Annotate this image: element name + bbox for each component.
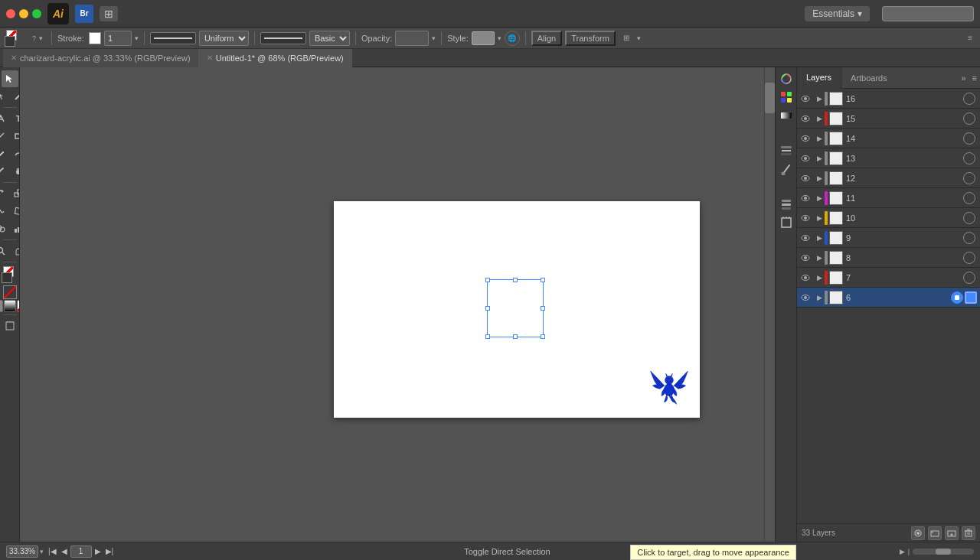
brushes-panel-icon[interactable] xyxy=(778,161,795,177)
rotate-tool[interactable] xyxy=(0,185,9,202)
color-tool[interactable] xyxy=(2,266,18,283)
layer-expand-13[interactable]: ▶ xyxy=(814,148,825,168)
line-tool[interactable] xyxy=(0,128,9,145)
new-layer-button[interactable] xyxy=(945,526,959,540)
layer-visibility-10[interactable] xyxy=(797,208,814,228)
layer-expand-10[interactable]: ▶ xyxy=(814,208,825,228)
free-transform-tool[interactable] xyxy=(10,203,20,220)
horizontal-scroll-thumb[interactable] xyxy=(936,549,951,555)
layer-row-16[interactable]: ▶ 16 xyxy=(797,89,980,109)
stroke-color-preview[interactable] xyxy=(89,32,101,44)
stroke-width-input[interactable] xyxy=(104,31,132,46)
layer-expand-6[interactable]: ▶ xyxy=(814,288,825,308)
layer-target-6[interactable] xyxy=(951,291,963,304)
layer-visibility-11[interactable] xyxy=(797,188,814,208)
layer-target-13[interactable] xyxy=(963,152,975,164)
layer-visibility-16[interactable] xyxy=(797,89,814,109)
search-input[interactable] xyxy=(882,6,974,21)
layers-tab[interactable]: Layers xyxy=(797,67,841,89)
transform-button[interactable]: Transform xyxy=(565,31,616,46)
bridge-icon[interactable]: Br xyxy=(75,5,93,23)
layer-row-13[interactable]: ▶ 13 xyxy=(797,148,980,168)
tab-untitled[interactable]: ✕ Untitled-1* @ 68% (RGB/Preview) xyxy=(199,49,352,67)
pen-tool[interactable] xyxy=(0,110,9,127)
style-preview[interactable] xyxy=(472,31,495,45)
magic-wand-tool[interactable] xyxy=(10,88,20,105)
question-icon[interactable]: ? xyxy=(32,34,36,42)
layer-row-8[interactable]: ▶ 8 xyxy=(797,248,980,268)
page-input[interactable] xyxy=(70,545,92,558)
tab-close-untitled[interactable]: ✕ xyxy=(207,54,213,62)
prev-page-button[interactable]: ◀ xyxy=(60,547,69,555)
minimize-button[interactable] xyxy=(19,9,28,18)
layer-expand-11[interactable]: ▶ xyxy=(814,188,825,208)
maximize-button[interactable] xyxy=(32,9,41,18)
color-mode-btn[interactable] xyxy=(0,300,3,312)
arrange-icon[interactable]: ⊞ xyxy=(619,31,634,46)
close-button[interactable] xyxy=(6,9,15,18)
handle-top-mid[interactable] xyxy=(513,278,518,282)
layer-visibility-9[interactable] xyxy=(797,228,814,248)
layer-expand-16[interactable]: ▶ xyxy=(814,89,825,109)
layer-row-9[interactable]: ▶ 9 xyxy=(797,228,980,248)
layer-expand-9[interactable]: ▶ xyxy=(814,228,825,248)
stroke-tool[interactable] xyxy=(2,272,12,283)
workspace-button[interactable]: ⊞ #2255cc xyxy=(100,6,118,21)
stroke-type-select[interactable]: Uniform xyxy=(199,31,249,46)
handle-left-mid[interactable] xyxy=(485,306,490,311)
layers-more-button[interactable]: » xyxy=(958,73,969,83)
tab-close-charizard[interactable]: ✕ xyxy=(11,54,17,62)
hand-tool[interactable] xyxy=(10,243,20,259)
layer-row-14[interactable]: ▶ 14 xyxy=(797,129,980,148)
swatches-panel-icon[interactable] xyxy=(778,89,795,106)
layer-visibility-14[interactable] xyxy=(797,129,814,148)
handle-bottom-mid[interactable] xyxy=(513,334,518,339)
layer-row-12[interactable]: ▶ 12 xyxy=(797,168,980,188)
stroke-panel-icon[interactable] xyxy=(778,142,795,159)
layer-expand-15[interactable]: ▶ xyxy=(814,109,825,129)
selection-tool[interactable] xyxy=(2,70,18,87)
align-button[interactable]: Align xyxy=(531,31,562,46)
layer-row-15[interactable]: ▶ 15 xyxy=(797,109,980,129)
layer-expand-12[interactable]: ▶ xyxy=(814,168,825,188)
style-arrow[interactable]: ▾ xyxy=(498,34,501,42)
layer-expand-7[interactable]: ▶ xyxy=(814,268,825,288)
pencil-tool[interactable] xyxy=(0,145,9,162)
first-page-button[interactable]: |◀ xyxy=(47,547,58,555)
layer-row-11[interactable]: ▶ 11 xyxy=(797,188,980,208)
layer-row-10[interactable]: ▶ 10 xyxy=(797,208,980,228)
tab-charizard[interactable]: ✕ charizard-acrylic.ai @ 33.33% (RGB/Pre… xyxy=(3,49,199,67)
vertical-scrollbar[interactable] xyxy=(764,67,775,542)
arrange-arrow[interactable]: ▾ xyxy=(637,34,641,42)
shape-builder-tool[interactable] xyxy=(0,220,9,237)
layer-visibility-6[interactable] xyxy=(797,288,814,308)
layer-visibility-13[interactable] xyxy=(797,148,814,168)
handle-bottom-left[interactable] xyxy=(485,334,490,339)
warp-tool[interactable] xyxy=(0,203,9,220)
make-sublayer-button[interactable] xyxy=(911,526,925,540)
handle-right-mid[interactable] xyxy=(541,306,545,311)
artboards-panel-icon[interactable] xyxy=(778,214,795,231)
essentials-button[interactable]: Essentials ▾ xyxy=(805,6,870,21)
layer-target-14[interactable] xyxy=(963,132,975,145)
layer-visibility-7[interactable] xyxy=(797,268,814,288)
layer-expand-8[interactable]: ▶ xyxy=(814,248,825,268)
gradient-mode-btn[interactable] xyxy=(4,300,16,312)
zoom-input[interactable] xyxy=(6,545,38,558)
panel-options-icon[interactable]: ≡ xyxy=(968,34,972,42)
stroke-arrow[interactable]: ▾ xyxy=(135,34,139,42)
handle-top-right[interactable] xyxy=(541,278,545,282)
layer-target-15[interactable] xyxy=(963,112,975,125)
layer-target-16[interactable] xyxy=(963,93,975,105)
handle-bottom-right[interactable] xyxy=(541,334,545,339)
rect-tool[interactable] xyxy=(10,128,20,145)
canvas-area[interactable] xyxy=(20,67,764,542)
layer-visibility-8[interactable] xyxy=(797,248,814,268)
direct-selection-tool[interactable] xyxy=(0,88,9,105)
zoom-arrow[interactable]: ▾ xyxy=(40,548,44,555)
none-fill-icon[interactable] xyxy=(3,285,17,299)
blob-brush-tool[interactable] xyxy=(10,163,20,180)
layer-target-7[interactable] xyxy=(963,272,975,284)
layers-scroll-area[interactable]: ▶ 16 ▶ 15 ▶ xyxy=(797,89,980,523)
opacity-input[interactable]: 100% xyxy=(395,31,429,46)
